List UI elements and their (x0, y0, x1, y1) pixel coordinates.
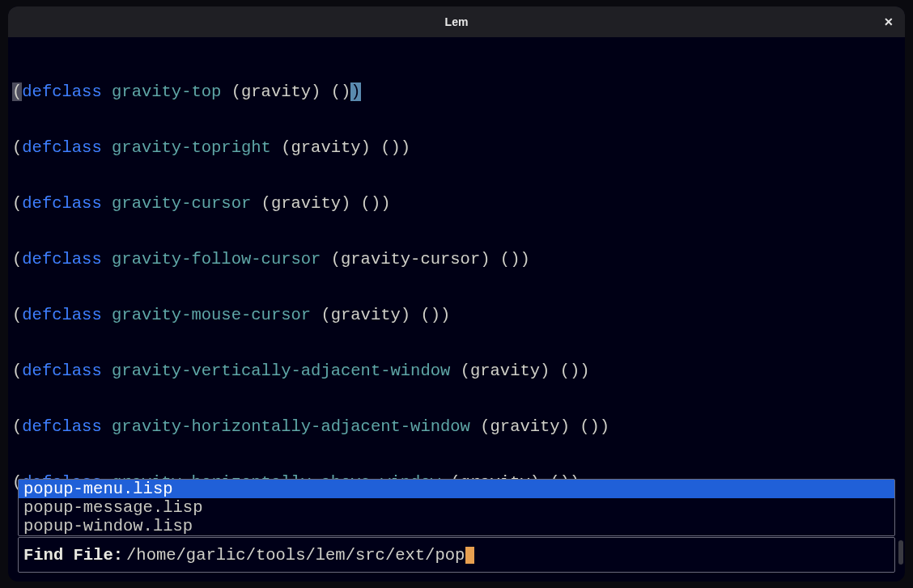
code-line: (defclass gravity-mouse-cursor (gravity)… (8, 306, 905, 324)
completion-popup: popup-menu.lisp popup-message.lisp popup… (18, 479, 895, 536)
minibuffer-prompt: Find File: (23, 546, 123, 565)
scrollbar-thumb[interactable] (898, 540, 903, 565)
close-icon[interactable]: ✕ (884, 15, 894, 28)
minibuffer[interactable]: Find File: /home/garlic/tools/lem/src/ex… (18, 537, 895, 573)
app-window: Lem ✕ (defclass gravity-top (gravity) ()… (8, 6, 905, 582)
code-line: (defclass gravity-horizontally-adjacent-… (8, 417, 905, 436)
matching-paren-open: ( (12, 82, 22, 101)
minibuffer-input[interactable]: /home/garlic/tools/lem/src/ext/pop (126, 546, 465, 565)
text-cursor (465, 547, 474, 564)
code-line: (defclass gravity-top (gravity) ()) (8, 82, 905, 101)
code-line: (defclass gravity-cursor (gravity) ()) (8, 194, 905, 213)
completion-item[interactable]: popup-message.lisp (19, 498, 894, 517)
titlebar[interactable]: Lem ✕ (8, 6, 905, 37)
completion-item[interactable]: popup-window.lisp (19, 517, 894, 535)
code-line: (defclass gravity-vertically-adjacent-wi… (8, 362, 905, 380)
completion-item[interactable]: popup-menu.lisp (19, 480, 894, 498)
matching-paren-close: ) (350, 82, 360, 101)
code-line: (defclass gravity-follow-cursor (gravity… (8, 250, 905, 269)
window-title: Lem (445, 15, 469, 28)
code-line: (defclass gravity-topright (gravity) ()) (8, 138, 905, 157)
